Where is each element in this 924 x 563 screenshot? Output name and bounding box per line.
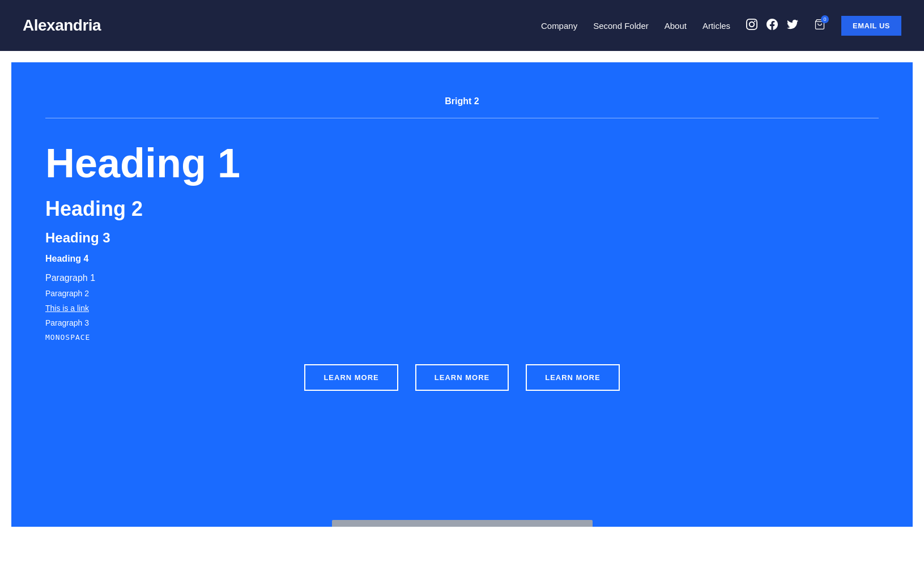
hero-heading-1: Heading 1 (45, 141, 879, 186)
site-logo[interactable]: Alexandria (23, 16, 101, 35)
learn-more-button-3[interactable]: LEARN MORE (526, 364, 619, 391)
hero-paragraph-1: Paragraph 1 (45, 273, 879, 283)
twitter-icon[interactable] (787, 19, 798, 33)
facebook-icon[interactable] (767, 19, 778, 33)
navbar: Alexandria Company Second Folder About A… (0, 0, 924, 51)
hero-paragraph-3: Paragraph 3 (45, 318, 879, 327)
hero-divider (45, 118, 879, 118)
cart-badge: 0 (821, 15, 829, 23)
hero-bottom-bar (332, 520, 593, 527)
email-us-button[interactable]: EMAIL US (841, 16, 901, 36)
hero-label: Bright 2 (45, 96, 879, 106)
nav-link-company[interactable]: Company (541, 21, 577, 31)
page-wrapper: Bright 2 Heading 1 Heading 2 Heading 3 H… (0, 51, 924, 563)
hero-heading-2: Heading 2 (45, 197, 879, 221)
nav-link-second-folder[interactable]: Second Folder (593, 21, 649, 31)
instagram-icon[interactable] (746, 19, 757, 33)
hero-heading-4: Heading 4 (45, 254, 879, 264)
nav-right: Company Second Folder About Articles (541, 16, 901, 36)
hero-heading-3: Heading 3 (45, 230, 879, 246)
nav-link-about[interactable]: About (665, 21, 687, 31)
learn-more-button-2[interactable]: LEARN MORE (415, 364, 509, 391)
hero-section: Bright 2 Heading 1 Heading 2 Heading 3 H… (11, 62, 913, 527)
hero-link[interactable]: This is a link (45, 304, 879, 313)
social-icons (746, 19, 798, 33)
hero-monospace: MONOSPACE (45, 333, 879, 342)
hero-paragraph-2: Paragraph 2 (45, 289, 879, 298)
learn-more-button-1[interactable]: LEARN MORE (304, 364, 398, 391)
cart-icon[interactable]: 0 (814, 19, 825, 32)
nav-link-articles[interactable]: Articles (702, 21, 730, 31)
hero-buttons: LEARN MORE LEARN MORE LEARN MORE (45, 364, 879, 391)
